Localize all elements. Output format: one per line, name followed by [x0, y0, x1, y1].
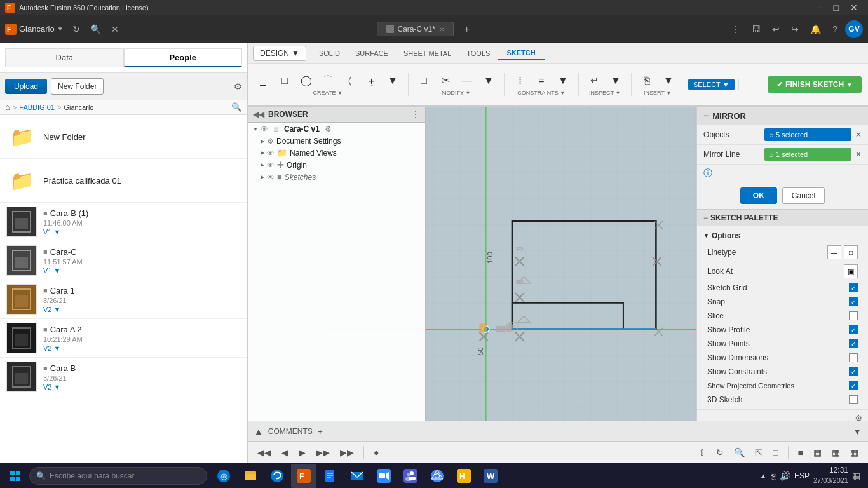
tab-data[interactable]: Data	[5, 48, 124, 67]
taskbar-mail[interactable]	[344, 464, 370, 488]
breadcrumb-fabdig[interactable]: FABDIG 01	[19, 104, 55, 111]
linetype-other-button[interactable]: □	[844, 245, 858, 259]
show-constraints-checkbox[interactable]: ✓	[849, 367, 858, 376]
tab-solid[interactable]: SOLID	[311, 46, 348, 60]
pan-button[interactable]: ⇧	[695, 445, 709, 459]
tray-network-icon[interactable]: ⎘	[771, 471, 776, 481]
maximize-button[interactable]: □	[829, 1, 844, 14]
orbit-button[interactable]: ↻	[713, 445, 727, 459]
list-item[interactable]: ■ Cara-B (1) 11:46:00 AM V1 ▼	[0, 203, 247, 241]
nav-last-button[interactable]: ▶▶	[337, 445, 357, 459]
notifications-button[interactable]: 🔔	[806, 22, 825, 37]
browser-item-cara-c[interactable]: ▼ 👁 ◽ Cara-C v1 ⚙	[248, 123, 425, 135]
nav-next-button[interactable]: ▶▶	[313, 445, 333, 459]
modify-expand-icon[interactable]: ▼	[465, 90, 471, 96]
taskbar-chrome[interactable]	[424, 464, 450, 488]
insert-more-button[interactable]: ▼	[658, 73, 679, 88]
taskbar-search-app[interactable]: ◎	[211, 464, 236, 488]
taskbar-zoom[interactable]	[371, 464, 397, 488]
tray-up-icon[interactable]: ▲	[759, 471, 767, 480]
breadcrumb-home-icon[interactable]: ⌂	[5, 102, 10, 112]
mirror-line-clear-button[interactable]: ✕	[855, 150, 862, 159]
3d-sketch-checkbox[interactable]	[849, 395, 858, 404]
browser-item-sketches[interactable]: ▶ 👁 ■ Sketches	[248, 171, 425, 183]
eye-icon[interactable]: 👁	[267, 161, 275, 170]
taskbar-search[interactable]: 🔍 Escribe aquí para buscar	[29, 467, 207, 485]
arc-tool-button[interactable]: ⌒	[318, 73, 338, 88]
palette-settings-button[interactable]: ⚙	[855, 413, 863, 421]
minimize-button[interactable]: −	[811, 1, 827, 14]
browser-collapse-button[interactable]: ◀◀	[253, 110, 264, 119]
tray-language[interactable]: ESP	[794, 471, 810, 480]
grid-view-button[interactable]: ⋮	[728, 22, 744, 37]
settings-button[interactable]: ⚙	[234, 81, 242, 92]
options-title[interactable]: ▼ Options	[703, 229, 862, 243]
file-version[interactable]: V2 ▼	[43, 306, 241, 313]
eye-icon[interactable]: 👁	[261, 125, 268, 133]
nav-record-button[interactable]: ●	[370, 445, 382, 459]
show-profile-checkbox[interactable]: ✓	[849, 325, 858, 334]
nav-play-button[interactable]: ▶	[295, 445, 309, 459]
taskbar-files[interactable]	[318, 464, 343, 488]
show-dimensions-checkbox[interactable]	[849, 353, 858, 362]
display-mode-button[interactable]: ■	[795, 445, 806, 459]
nav-prev-button[interactable]: ◀	[278, 445, 292, 459]
tray-volume-icon[interactable]: 🔊	[780, 471, 790, 481]
cancel-button[interactable]: Cancel	[782, 187, 825, 204]
file-version[interactable]: V1 ▼	[43, 228, 241, 236]
display-options-button[interactable]: ▦	[810, 445, 825, 459]
tab-sheet-metal[interactable]: SHEET METAL	[396, 46, 459, 60]
insert-btn[interactable]: ⎘	[637, 73, 657, 88]
finish-sketch-button[interactable]: ✔ FINISH SKETCH ▼	[768, 76, 862, 93]
comments-collapse-button[interactable]: ▼	[853, 426, 862, 437]
list-item[interactable]: ■ Cara-C 11:51:57 AM V1 ▼	[0, 241, 247, 280]
select-button[interactable]: SELECT ▼	[688, 79, 735, 90]
list-item[interactable]: ■ Cara A 2 10:21:29 AM V2 ▼	[0, 319, 247, 358]
tab-people[interactable]: People	[124, 48, 243, 67]
constraints-expand-icon[interactable]: ▼	[560, 90, 566, 96]
show-projected-checkbox[interactable]: ✓	[849, 381, 858, 390]
browser-item-doc-settings[interactable]: ▶ ⚙ Document Settings	[248, 135, 425, 147]
linetype-solid-button[interactable]: —	[827, 245, 841, 259]
spline-tool-button[interactable]: ⨦	[361, 73, 381, 88]
browser-options-button[interactable]: ⋮	[411, 109, 420, 119]
taskbar-fusion360[interactable]: F	[291, 464, 316, 488]
viewport-options-button[interactable]: ▦	[847, 445, 862, 459]
comments-expand-button[interactable]: ▲	[254, 426, 263, 437]
user-avatar[interactable]: GV	[845, 20, 863, 38]
help-button[interactable]: ?	[829, 22, 841, 37]
tab-sketch[interactable]: SKETCH	[498, 46, 544, 60]
list-item[interactable]: ■ Cara B 3/26/21 V2 ▼	[0, 358, 247, 396]
taskbar-file-explorer[interactable]	[238, 464, 263, 488]
tab-surface[interactable]: SURFACE	[348, 46, 396, 60]
snap-checkbox[interactable]: ✓	[849, 297, 858, 306]
objects-clear-button[interactable]: ✕	[855, 130, 862, 139]
new-folder-button[interactable]: New Folder	[51, 78, 104, 95]
undo-button[interactable]: ↩	[768, 22, 783, 37]
rect-tool-button[interactable]: □	[275, 73, 295, 88]
eye-icon[interactable]: 👁	[267, 149, 275, 158]
constraint-btn1[interactable]: ⁞	[510, 73, 530, 88]
modify-more-button[interactable]: ▼	[478, 73, 499, 88]
inspect-btn[interactable]: ↵	[584, 73, 604, 88]
taskbar-yellow-app[interactable]: H	[451, 464, 477, 488]
show-points-checkbox[interactable]: ✓	[849, 339, 858, 348]
grid-options-button[interactable]: ▦	[829, 445, 843, 459]
zoom-selection-button[interactable]: □	[770, 445, 781, 459]
close-panel-button[interactable]: ✕	[107, 22, 123, 37]
close-button[interactable]: ✕	[845, 1, 863, 14]
taskbar-edge[interactable]	[264, 464, 290, 488]
taskbar-teams[interactable]	[398, 464, 423, 488]
search-button[interactable]: 🔍	[86, 22, 105, 37]
file-version[interactable]: V2 ▼	[43, 383, 241, 391]
nav-first-button[interactable]: ◀◀	[254, 445, 275, 459]
user-dropdown-icon[interactable]: ▼	[57, 25, 64, 32]
poly-tool-button[interactable]: 〈	[339, 73, 360, 88]
settings-icon[interactable]: ⚙	[325, 125, 332, 133]
look-at-button[interactable]: ▣	[844, 264, 858, 278]
zoom-button[interactable]: 🔍	[731, 445, 748, 459]
extend-button[interactable]: —	[457, 73, 477, 88]
add-comment-button[interactable]: +	[318, 426, 323, 437]
breadcrumb-search-button[interactable]: 🔍	[231, 102, 242, 112]
palette-header[interactable]: − SKETCH PALETTE	[697, 210, 868, 226]
